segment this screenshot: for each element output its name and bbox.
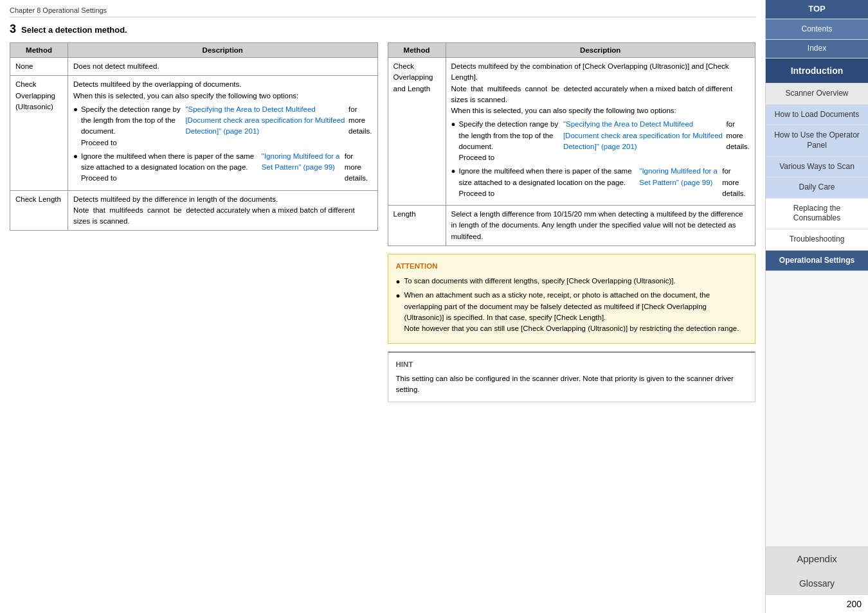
- method-none: None: [10, 58, 68, 76]
- right-table: Method Description Check Overlapping and…: [388, 42, 756, 246]
- hint-title: HINT: [396, 359, 748, 370]
- sidebar-item-glossary[interactable]: Glossary: [766, 573, 868, 595]
- link-ignoring-multifeed-2[interactable]: "Ignoring Multifeed for a Set Pattern" (…: [639, 166, 719, 199]
- sidebar-spacer: [766, 271, 868, 546]
- desc-none: Does not detect multifeed.: [68, 58, 378, 76]
- bullet-4: Ignore the multifeed when there is paper…: [451, 166, 750, 199]
- table-row: Check Overlapping and Length Detects mul…: [388, 58, 755, 206]
- tables-row: Method Description None Does not detect …: [10, 42, 755, 410]
- table-row: None Does not detect multifeed.: [10, 58, 378, 76]
- attention-bullet-2: When an attachment such as a sticky note…: [396, 290, 748, 334]
- sidebar-item-various-ways[interactable]: Various Ways to Scan: [766, 157, 868, 178]
- table-row: Check Length Detects multifeed by the di…: [10, 190, 378, 231]
- table-row: Check Overlapping (Ultrasonic) Detects m…: [10, 76, 378, 190]
- sidebar-item-scanner-overview[interactable]: Scanner Overview: [766, 84, 868, 105]
- left-table: Method Description None Does not detect …: [10, 42, 378, 231]
- right-table-header-description: Description: [446, 43, 755, 58]
- step-number: 3: [10, 22, 16, 36]
- table-row: Length Select a length difference from 1…: [388, 206, 755, 246]
- desc-check-overlapping-length: Detects multifeed by the combination of …: [446, 58, 755, 206]
- attention-title: ATTENTION: [396, 261, 748, 272]
- sidebar: TOP Contents Index Introduction Scanner …: [765, 0, 868, 613]
- sidebar-item-operator-panel[interactable]: How to Use the Operator Panel: [766, 125, 868, 156]
- sidebar-item-troubleshooting[interactable]: Troubleshooting: [766, 229, 868, 251]
- sidebar-item-top[interactable]: TOP: [766, 0, 868, 19]
- bullet-2: Ignore the multifeed when there is paper…: [73, 151, 372, 184]
- method-check-length: Check Length: [10, 190, 68, 231]
- left-table-header-method: Method: [10, 43, 68, 58]
- sidebar-item-operational-settings[interactable]: Operational Settings: [766, 251, 868, 272]
- desc-length: Select a length difference from 10/15/20…: [446, 206, 755, 246]
- attention-box: ATTENTION To scan documents with differe…: [388, 254, 756, 344]
- step-heading: 3 Select a detection method.: [10, 22, 755, 36]
- hint-text: This setting can also be configured in t…: [396, 373, 748, 396]
- left-table-container: Method Description None Does not detect …: [10, 42, 378, 410]
- sidebar-item-introduction[interactable]: Introduction: [766, 58, 868, 84]
- right-table-container: Method Description Check Overlapping and…: [388, 42, 756, 410]
- sidebar-item-appendix[interactable]: Appendix: [766, 546, 868, 573]
- sidebar-item-how-to-load[interactable]: How to Load Documents: [766, 105, 868, 126]
- hint-box: HINT This setting can also be configured…: [388, 351, 756, 402]
- step-label: Select a detection method.: [21, 25, 127, 35]
- right-table-header-method: Method: [388, 43, 446, 58]
- method-check-overlapping-length: Check Overlapping and Length: [388, 58, 446, 206]
- link-ignoring-multifeed-1[interactable]: "Ignoring Multifeed for a Set Pattern" (…: [262, 151, 341, 184]
- sidebar-item-replacing-consumables[interactable]: Replacing the Consumables: [766, 199, 868, 229]
- chapter-heading: Chapter 8 Operational Settings: [10, 6, 755, 17]
- link-specifying-area-2[interactable]: "Specifying the Area to Detect Multifeed…: [563, 119, 723, 163]
- bullet-3: Specify the detection range by the lengt…: [451, 119, 750, 163]
- method-check-overlapping: Check Overlapping (Ultrasonic): [10, 76, 68, 190]
- attention-bullet-1: To scan documents with different lengths…: [396, 276, 748, 287]
- sidebar-item-daily-care[interactable]: Daily Care: [766, 177, 868, 199]
- desc-check-length: Detects multifeed by the difference in l…: [68, 190, 378, 231]
- left-table-header-description: Description: [68, 43, 378, 58]
- sidebar-item-index[interactable]: Index: [766, 40, 868, 58]
- desc-check-overlapping: Detects multifeed by the overlapping of …: [68, 76, 378, 190]
- page-number: 200: [766, 595, 868, 613]
- sidebar-item-contents[interactable]: Contents: [766, 19, 868, 40]
- method-length: Length: [388, 206, 446, 246]
- link-specifying-area-1[interactable]: "Specifying the Area to Detect Multifeed…: [185, 104, 345, 148]
- bullet-1: Specify the detection range by the lengt…: [73, 104, 372, 148]
